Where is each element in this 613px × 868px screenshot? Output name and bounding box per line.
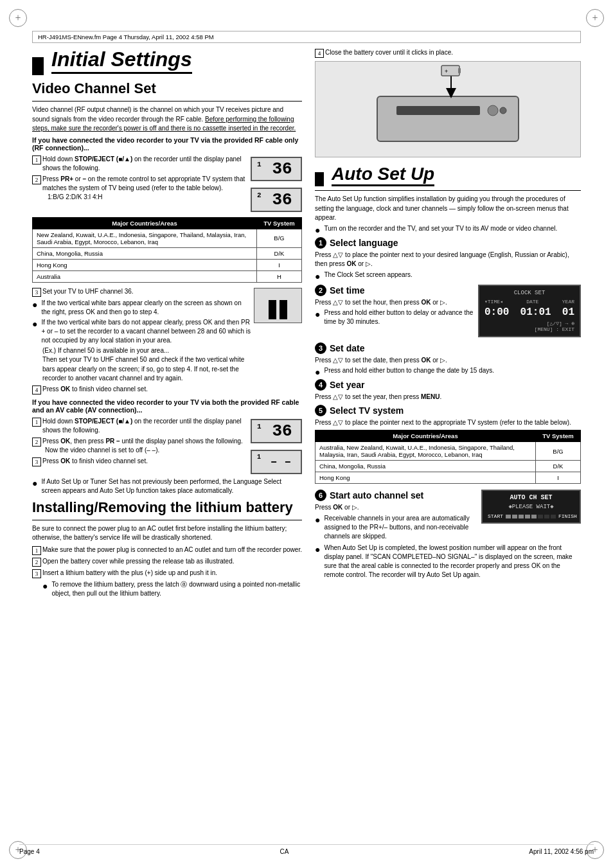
- tv-bar-2: [280, 300, 287, 319]
- section2-heading: Installing/Removing the lithium battery: [32, 499, 302, 516]
- autosetup-intro: The Auto Set Up function simplifies inst…: [315, 195, 581, 223]
- auto-step-2-bullet-text: Press and hold either button to delay or…: [324, 308, 474, 326]
- table1-row4-countries: Australia: [33, 270, 257, 282]
- footer-center-text: CA: [280, 848, 289, 855]
- footer-date: April 11, 2002 4:56 pm: [529, 848, 594, 855]
- auto-step-6-text: Press OK or ▷.: [315, 503, 477, 513]
- battery-step-2: 2 Open the battery cover while pressing …: [32, 557, 302, 567]
- auto-step-3-title: Set date: [330, 343, 364, 353]
- clock-date-val: 01:01: [520, 306, 551, 318]
- clock-hint: [△/▽] → ⊕[MENU] : EXIT: [484, 321, 574, 332]
- tv-system-table-1: Major Countries/Areas TV System New Zeal…: [32, 217, 302, 283]
- vcr-illustration: +: [315, 61, 581, 157]
- autoch-start-label: START: [488, 513, 503, 519]
- left-column: Initial Settings Video Channel Set Video…: [32, 48, 302, 599]
- autoch-progress: [506, 515, 556, 518]
- right-column: 4 Close the battery cover until it click…: [315, 48, 581, 599]
- bullet-3-1: ● If the two vertical white bars appear …: [32, 299, 251, 317]
- progress-block-5: [531, 515, 537, 518]
- right-step-4: 4 Close the battery cover until it click…: [315, 48, 581, 58]
- section2-divider: [32, 520, 302, 520]
- step-label-1: 1: [32, 155, 41, 164]
- progress-block-6: [538, 515, 543, 518]
- example-label: (Ex.) If channel 50 is available in your…: [42, 347, 169, 354]
- step-label-2: 2: [32, 175, 41, 184]
- step-label-3: 3: [32, 288, 41, 297]
- progress-block-2: [512, 515, 517, 518]
- table2-header-system: TV System: [536, 430, 581, 442]
- av-step-1-text: Hold down STOP/EJECT (■/▲) on the record…: [42, 417, 248, 435]
- circle-step-5: 5: [315, 405, 326, 416]
- section1-intro: Video channel (RF output channel) is the…: [32, 105, 302, 134]
- example-detail: Then set your TV to UHF channel 50 and c…: [42, 356, 244, 382]
- svg-rect-1: [396, 106, 480, 115]
- battery-step-label-3: 3: [32, 569, 41, 578]
- auto-step-2-title: Set time: [330, 285, 364, 296]
- bullet-icon-av: ●: [32, 479, 37, 488]
- bullet-3-2-text: If the two vertical white bars do not ap…: [41, 318, 251, 345]
- svg-rect-0: [377, 96, 519, 141]
- rf-step-3-text: Set your TV to UHF channel 36.: [42, 287, 251, 296]
- auto-step-3-heading: 3 Set date: [315, 342, 581, 354]
- rf-step-3: 3 Set your TV to UHF channel 36.: [32, 287, 251, 297]
- rf-step-2-text: Press PR+ or – on the remote control to …: [42, 175, 248, 202]
- circle-step-6: 6: [315, 490, 326, 501]
- page: HR-J491MS-ENnew.fm Page 4 Thursday, Apri…: [0, 0, 613, 868]
- title-black-bar: [32, 57, 44, 75]
- bullet-icon-lang: ●: [315, 272, 320, 281]
- autoch-display: AUTO CH SET ◈PLEASE WAIT◈ START: [481, 490, 581, 524]
- table-row: Australia H: [33, 270, 302, 282]
- svg-text:+: +: [445, 68, 448, 75]
- vcr-svg: +: [358, 64, 538, 154]
- tv-bars-image: [254, 288, 302, 323]
- table-row: China, Mongolia, Russia D/K: [315, 461, 581, 472]
- progress-block-7: [544, 515, 549, 518]
- av-step-2: 2 Press OK, then press PR – until the di…: [32, 437, 248, 455]
- autosetup-divider: [315, 190, 581, 191]
- rf-step-1: 1 Hold down STOP/EJECT (■/▲) on the reco…: [32, 155, 248, 173]
- circle-step-4: 4: [315, 379, 326, 391]
- auto-step-3-bullet: ● Press and hold either button to change…: [315, 366, 581, 376]
- rf-heading: If you have connected the video recorder…: [32, 136, 302, 152]
- auto-step-6-bullet-2-text: When Auto Set Up is completed, the lowes…: [324, 544, 581, 580]
- auto-step-5-heading: 5 Select TV system: [315, 405, 581, 416]
- bullet-3-1-text: If the two vertical white bars appear cl…: [41, 299, 251, 317]
- battery-remove-bullet: ● To remove the lithium battery, press t…: [42, 580, 302, 598]
- circle-step-1: 1: [315, 237, 326, 249]
- right-step-4-text: Close the battery cover until it clicks …: [325, 48, 581, 57]
- auto-step-1-heading: 1 Select language: [315, 237, 581, 249]
- battery-step-label-1: 1: [32, 546, 41, 555]
- auto-step-4-title: Set year: [330, 380, 364, 390]
- av-step-label-1: 1: [32, 418, 41, 427]
- auto-step-1-text: Press △▽ to place the pointer next to yo…: [315, 251, 581, 269]
- table-row: New Zealand, Kuwait, U.A.E., Indonesia, …: [33, 229, 302, 247]
- battery-step-2-text: Open the battery cover while pressing th…: [42, 557, 302, 566]
- clock-time-val: 0:00: [484, 306, 509, 318]
- table2-row2-countries: China, Mongolia, Russia: [315, 461, 536, 472]
- battery-step-3-text: Insert a lithium battery with the plus (…: [42, 569, 302, 578]
- battery-step-1: 1 Make sure that the power plug is conne…: [32, 545, 302, 555]
- bullet-icon-2: ●: [32, 319, 37, 328]
- progress-block-4: [525, 515, 530, 518]
- header-bar: HR-J491MS-ENnew.fm Page 4 Thursday, Apri…: [32, 31, 581, 43]
- bullet-icon-1: ●: [32, 300, 37, 309]
- auto-step-6-title: Start auto channel set: [330, 490, 423, 500]
- autoch-title: AUTO CH SET: [488, 494, 574, 501]
- autosetup-bullet-1-text: Turn on the recorder and the TV, and set…: [324, 224, 581, 233]
- autosetup-title: Auto Set Up: [332, 164, 434, 186]
- auto-step-4-heading: 4 Set year: [315, 379, 581, 391]
- av-step-label-3: 3: [32, 457, 41, 466]
- clock-labels: ▾TIME◂ DATE YEAR: [484, 299, 574, 305]
- table2-header-countries: Major Countries/Areas: [315, 430, 536, 442]
- autoch-subtitle: ◈PLEASE WAIT◈: [488, 503, 574, 510]
- bullet-3-2: ● If the two vertical white bars do not …: [32, 318, 251, 345]
- lcd-display-1: 1 36: [251, 157, 302, 181]
- auto-step-1-title: Select language: [330, 238, 398, 248]
- tv-bar-1: [269, 300, 276, 319]
- table2-row1-countries: Australia, New Zealand, Kuwait, U.A.E., …: [315, 442, 536, 461]
- table2-row3-countries: Hong Kong: [315, 472, 536, 484]
- bullet-icon-ch2: ●: [315, 545, 320, 554]
- av-lcd-1: 1 36: [251, 419, 302, 443]
- auto-step-5-text: Press △▽ to place the pointer next to th…: [315, 418, 581, 428]
- footer-page-num: Page 4: [19, 848, 40, 855]
